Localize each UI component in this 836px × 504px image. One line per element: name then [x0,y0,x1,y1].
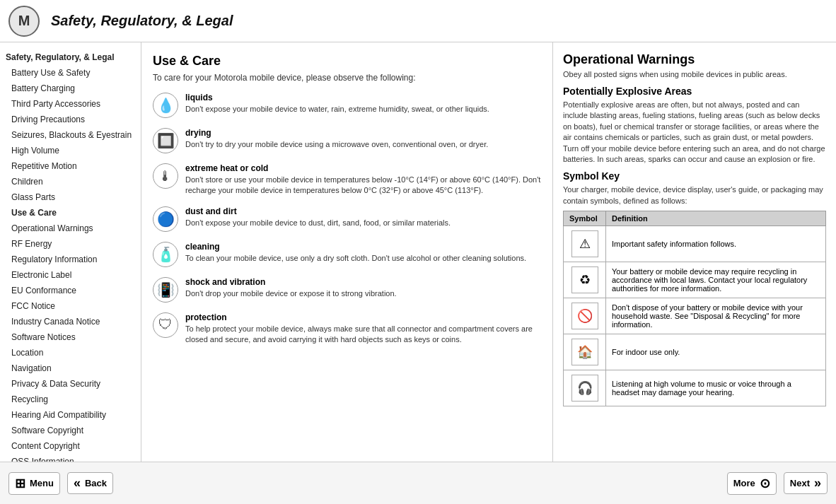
symbol-table-body: ⚠ Important safety information follows. … [564,226,826,406]
sidebar-item[interactable]: Location [0,345,141,361]
sidebar-item[interactable]: Recycling [0,392,141,407]
care-desc: Don't try to dry your mobile device usin… [185,139,488,150]
care-text: extreme heat or cold Don't store or use … [185,163,541,197]
care-label: cleaning [185,242,526,252]
sidebar-item[interactable]: Software Notices [0,329,141,345]
symbol-row: 🎧 Listening at high volume to music or v… [564,370,826,406]
care-item: 🔲 drying Don't try to dry your mobile de… [153,128,541,153]
symbol-icon: ♻ [571,266,598,293]
care-desc: Don't drop your mobile device or expose … [185,288,397,299]
symbol-cell: 🎧 [564,370,606,406]
care-text: liquids Don't expose your mobile device … [185,93,489,115]
back-button[interactable]: « Back [67,472,113,494]
sidebar-item[interactable]: OSS Information [0,454,141,462]
care-icon: 📳 [153,277,178,303]
more-label: More [733,478,755,488]
care-desc: Don't store or use your mobile device in… [185,175,541,197]
care-icon: 🛡 [153,312,178,338]
symbol-table: Symbol Definition ⚠ Important safety inf… [563,211,826,406]
next-button[interactable]: Next » [784,472,828,494]
sidebar-item[interactable]: EU Conformance [0,283,141,298]
definition-cell: Your battery or mobile device may requir… [606,262,826,298]
sidebar-item[interactable]: Repetitive Motion [0,158,141,174]
sidebar-item[interactable]: Battery Use & Safety [0,65,141,81]
care-desc: To help protect your mobile device, alwa… [185,324,541,346]
symbol-cell: ♻ [564,262,606,298]
care-desc: Don't expose your mobile device to water… [185,104,489,115]
sidebar-item[interactable]: Navigation [0,361,141,376]
symbol-cell: 🏠 [564,334,606,370]
symbol-icon: 🏠 [571,339,598,365]
symbol-row: 🚫 Don't dispose of your battery or mobil… [564,298,826,334]
care-desc: To clean your mobile device, use only a … [185,253,526,264]
sidebar-item[interactable]: Use & Care [0,205,141,221]
definition-cell: Listening at high volume to music or voi… [606,370,826,406]
symbol-row: 🏠 For indoor use only. [564,334,826,370]
care-label: liquids [185,93,489,102]
back-icon: « [74,476,81,491]
sidebar-item[interactable]: High Volume [0,143,141,158]
sidebar-item[interactable]: RF Energy [0,236,141,252]
menu-label: Menu [30,478,54,488]
sidebar-item[interactable]: Battery Charging [0,81,141,96]
symbol-icon: 🎧 [571,375,598,402]
sidebar-item[interactable]: Hearing Aid Compatibility [0,407,141,423]
sidebar-item[interactable]: Operational Warnings [0,221,141,236]
footer-right: More ⊙ Next » [727,472,828,495]
care-item: 📳 shock and vibration Don't drop your mo… [153,277,541,303]
care-icon: 🔵 [153,206,178,232]
care-item: 💧 liquids Don't expose your mobile devic… [153,93,541,118]
menu-button[interactable]: ⊞ Menu [8,472,60,495]
content-area: Safety, Regulatory, & LegalBattery Use &… [0,42,836,462]
sidebar-item[interactable]: Industry Canada Notice [0,314,141,329]
middle-subtitle: To care for your Motorola mobile device,… [153,73,541,83]
middle-panel: Use & Care To care for your Motorola mob… [141,42,553,462]
next-label: Next [790,478,810,488]
next-icon: » [814,476,821,491]
care-text: protection To help protect your mobile d… [185,312,541,346]
sidebar: Safety, Regulatory, & LegalBattery Use &… [0,42,141,462]
symbol-row: ⚠ Important safety information follows. [564,226,826,262]
definition-cell: Don't dispose of your battery or mobile … [606,298,826,334]
right-intro: Obey all posted signs when using mobile … [563,70,826,78]
sidebar-item[interactable]: Software Copyright [0,423,141,438]
right-panel: Operational Warnings Obey all posted sig… [553,42,836,462]
more-button[interactable]: More ⊙ [727,472,777,495]
definition-cell: Important safety information follows. [606,226,826,262]
care-text: shock and vibration Don't drop your mobi… [185,277,397,299]
sidebar-item[interactable]: Regulatory Information [0,252,141,267]
sidebar-item[interactable]: Content Copyright [0,438,141,454]
sidebar-item[interactable]: Safety, Regulatory, & Legal [0,49,141,65]
care-label: protection [185,312,541,322]
care-icon: 🧴 [153,242,178,267]
symbol-cell: ⚠ [564,226,606,262]
care-item: 🧴 cleaning To clean your mobile device, … [153,242,541,267]
sidebar-item[interactable]: Driving Precautions [0,112,141,127]
sidebar-item[interactable]: Privacy & Data Security [0,376,141,392]
definition-cell: For indoor use only. [606,334,826,370]
care-icon: 🔲 [153,128,178,153]
sidebar-item[interactable]: Glass Parts [0,189,141,205]
right-sections: Potentially Explosive AreasPotentially e… [563,86,826,206]
definition-col-header: Definition [606,211,826,226]
care-text: dust and dirt Don't expose your mobile d… [185,206,451,228]
symbol-row: ♻ Your battery or mobile device may requ… [564,262,826,298]
right-title: Operational Warnings [563,52,826,67]
care-items: 💧 liquids Don't expose your mobile devic… [153,93,541,346]
care-label: extreme heat or cold [185,163,541,173]
sidebar-item[interactable]: Seizures, Blackouts & Eyestrain [0,127,141,143]
care-icon: 🌡 [153,163,178,189]
more-icon: ⊙ [760,476,770,491]
sidebar-item[interactable]: Electronic Label [0,267,141,283]
footer-left: ⊞ Menu « Back [8,472,113,495]
app-footer: ⊞ Menu « Back More ⊙ Next » [0,462,836,504]
menu-icon: ⊞ [15,476,25,491]
care-text: cleaning To clean your mobile device, us… [185,242,526,264]
care-label: drying [185,128,488,138]
section-heading: Symbol Key [563,170,826,182]
care-item: 🛡 protection To help protect your mobile… [153,312,541,346]
sidebar-item[interactable]: Children [0,174,141,189]
sidebar-item[interactable]: Third Party Accessories [0,96,141,112]
care-text: drying Don't try to dry your mobile devi… [185,128,488,150]
sidebar-item[interactable]: FCC Notice [0,298,141,314]
